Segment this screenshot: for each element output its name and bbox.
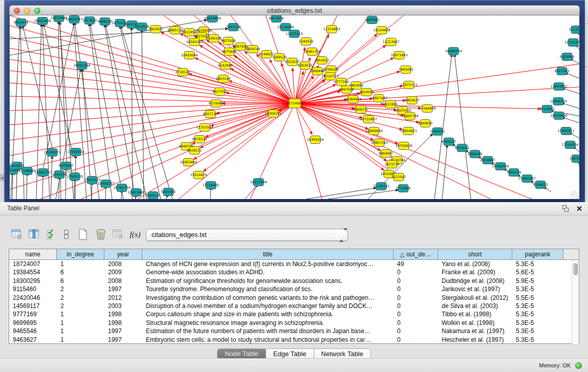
graph-edge[interactable] [59,176,59,199]
float-window-icon[interactable] [561,205,571,213]
window-resize-grip[interactable] [571,191,579,199]
graph-node-selected[interactable]: 11544909 [419,105,435,113]
graph-node[interactable]: 10392456 [492,163,509,170]
graph-node-selected[interactable]: 8267130 [203,111,218,118]
table-settings-icon[interactable] [10,228,24,241]
graph-node-selected[interactable]: 3624554 [359,89,374,96]
table-row[interactable]: 946554611997Estimation of the future num… [9,327,579,335]
select-all-icon[interactable] [45,228,58,241]
graph-node[interactable]: 15992971 [557,127,574,135]
graph-node-selected[interactable]: 19384554 [307,136,323,144]
graph-edge[interactable] [142,29,144,199]
graph-node[interactable]: 1167533 [570,155,579,163]
network-graph[interactable]: 1872400776638228960123891295482260589827… [10,15,579,199]
graph-node-selected[interactable]: 19756928 [395,142,412,150]
table-row[interactable]: 1872400712008Changes of HCN gene express… [9,260,579,268]
graph-node[interactable]: 1145194 [52,171,67,179]
graph-edge[interactable] [42,174,43,199]
graph-node-selected[interactable]: 19654923 [400,127,417,135]
graph-node[interactable]: 15716485 [202,182,219,189]
graph-edge[interactable] [60,21,67,167]
graph-node-selected[interactable]: 8454749 [246,46,260,53]
graph-edge[interactable] [27,172,27,199]
vertical-scrollbar[interactable] [572,260,579,344]
graph-edge-selected[interactable] [10,103,295,111]
tab-edge-table[interactable]: Edge Table [266,348,314,359]
table-row[interactable]: 2242004622012Investigating the contribut… [9,294,579,302]
delete-table-icon[interactable] [111,228,124,241]
graph-node-selected[interactable]: 9884067 [379,150,394,158]
graph-node-selected[interactable]: 7485083 [399,66,413,74]
graph-edge[interactable] [120,26,161,199]
graph-node-selected[interactable]: 7986372 [354,106,368,114]
graph-node-selected[interactable]: 9827508 [221,37,236,45]
graph-node[interactable]: 9254013 [533,181,548,189]
select-columns-icon[interactable] [27,228,40,241]
graph-node-selected[interactable]: 9170044 [209,100,224,107]
graph-edge[interactable] [92,182,92,199]
graph-node-selected[interactable]: 8186328 [207,35,222,42]
graph-node[interactable]: 9227343 [555,68,570,75]
graph-node[interactable]: 9975887 [59,162,74,170]
graph-edge[interactable] [74,178,75,199]
graph-node-selected[interactable]: 2522547 [391,173,406,181]
table-row[interactable]: 946362711997Embryonic stem cells: a mode… [9,336,579,344]
rows-icon[interactable] [60,228,73,241]
graph-node-selected[interactable]: 16961758 [303,48,320,56]
graph-node-selected[interactable]: 8262615 [298,62,313,70]
network-view-window[interactable]: citations_edges.txt 18724007766382289601… [9,5,580,199]
column-header-in_degree[interactable]: in_degree [57,249,104,259]
close-icon[interactable]: ✕ [575,205,584,213]
graph-node[interactable]: 1112758 [569,26,579,34]
graph-node[interactable]: 15136141 [373,183,389,190]
table-row[interactable]: 1456911722003Disruption of a novel membe… [9,302,579,310]
graph-edge[interactable] [105,24,147,199]
graph-node[interactable]: 6466160 [98,18,113,26]
scrollbar-thumb[interactable] [573,263,578,275]
graph-node-selected[interactable]: 7663822 [148,26,163,33]
graph-node[interactable]: 9405574 [14,19,29,27]
graph-node[interactable]: 20053346 [73,62,90,70]
graph-node-selected[interactable]: 1615132 [385,161,400,168]
column-header-year[interactable]: year [104,249,142,259]
graph-edge[interactable] [434,54,452,199]
graph-node[interactable]: 6793197 [442,138,456,146]
graph-node[interactable]: 1527602 [82,17,97,25]
graph-node[interactable]: 7691234 [507,169,521,177]
graph-edge[interactable] [90,23,123,199]
graph-node[interactable]: 10213344 [250,179,267,186]
graph-node[interactable]: 17016504 [561,141,578,149]
graph-edge[interactable] [442,144,447,199]
graph-edge-selected[interactable] [10,96,295,103]
graph-node-selected[interactable]: 2718120 [176,69,190,76]
graph-node-selected[interactable]: 16093449 [180,159,197,166]
graph-node[interactable]: 18223446 [50,15,67,22]
graph-node-selected[interactable]: 11353594 [196,124,213,132]
graph-node[interactable]: 16648784 [445,48,462,55]
graph-edge[interactable] [562,117,579,123]
graph-node-selected[interactable]: 12975115 [400,81,417,89]
column-header-short[interactable]: short [438,249,512,259]
graph-edge[interactable] [562,88,579,94]
graph-node-selected[interactable]: 9938212 [187,147,202,155]
column-header-out_de[interactable]: △ out_de… [394,249,438,259]
graph-edge-selected[interactable] [10,103,295,172]
graph-edge[interactable] [104,24,136,199]
graph-node-selected[interactable]: 1140910 [299,38,314,46]
graph-node-selected[interactable]: 2803144 [216,75,231,83]
graph-node[interactable]: 2687082 [365,16,380,24]
graph-node-selected[interactable]: 9427552 [212,88,227,96]
graph-node-selected[interactable]: 8878332 [192,136,207,143]
column-header-pagerank[interactable]: pagerank [512,249,563,259]
tab-node-table[interactable]: Node Table [217,348,266,359]
graph-node[interactable]: 11462387 [518,175,535,183]
function-builder-icon[interactable]: f(x) [128,228,142,241]
panel-collapse-arrow-icon[interactable]: ◀ [0,174,4,181]
graph-node[interactable]: 9329966 [560,53,575,61]
graph-node[interactable]: 7857224 [226,24,241,31]
graph-node-selected[interactable]: 7955812 [315,57,330,64]
graph-edge[interactable] [561,103,579,108]
memory-status-dot[interactable] [575,362,582,369]
graph-node-selected[interactable]: 9777169 [334,78,349,86]
graph-node-selected[interactable]: 8960123 [168,27,183,34]
